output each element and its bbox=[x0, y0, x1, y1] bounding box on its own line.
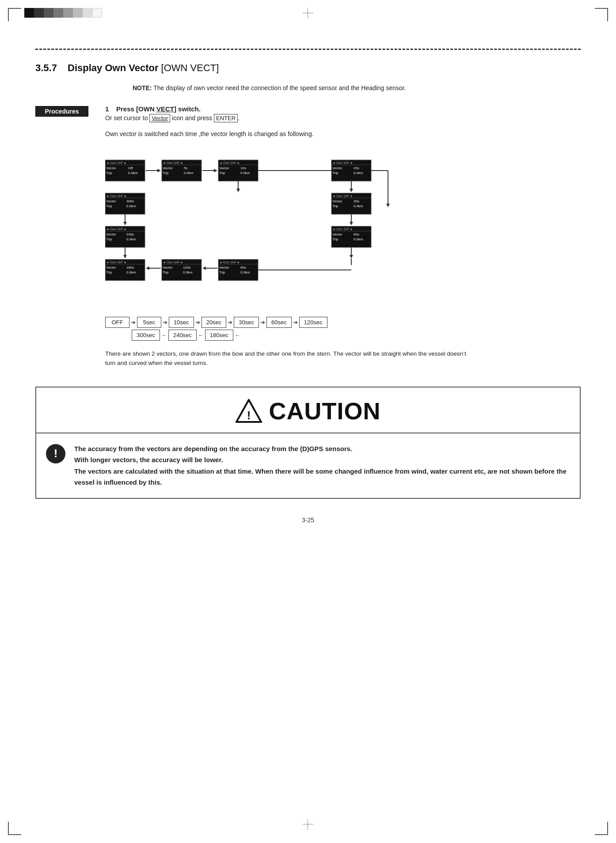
step-number: 1 bbox=[105, 105, 114, 113]
svg-text:0.0km: 0.0km bbox=[240, 270, 250, 274]
svg-text:◄ Own ShP ►: ◄ Own ShP ► bbox=[106, 161, 127, 164]
seq-box-120sec: 120sec bbox=[299, 317, 327, 328]
svg-text:0.0km: 0.0km bbox=[126, 204, 136, 208]
svg-marker-51 bbox=[123, 222, 127, 225]
svg-text:Vector: Vector bbox=[219, 266, 229, 270]
svg-text:0.0km: 0.0km bbox=[354, 204, 363, 208]
vect-underline: VECT bbox=[156, 105, 174, 113]
section-title-bracket: [OWN VECT] bbox=[161, 62, 219, 73]
dashed-separator bbox=[35, 49, 581, 50]
svg-text:Vector: Vector bbox=[219, 166, 229, 170]
seq-box-60sec: 60sec bbox=[266, 317, 292, 328]
section-title-bold: Display Own Vector bbox=[68, 62, 158, 73]
svg-marker-69 bbox=[123, 255, 127, 258]
svg-text:◄ Own ShP ►: ◄ Own ShP ► bbox=[332, 161, 353, 164]
svg-text:Trip: Trip bbox=[219, 171, 225, 175]
seq-box-10sec: 10sec bbox=[169, 317, 194, 328]
caution-text-2: With longer vectors, the accuracy will b… bbox=[74, 456, 223, 463]
svg-text:5s: 5s bbox=[184, 166, 187, 170]
svg-text:Trip: Trip bbox=[163, 171, 169, 175]
seq-arrow-9: ← bbox=[235, 332, 240, 338]
svg-marker-79 bbox=[146, 266, 149, 270]
svg-text:10s: 10s bbox=[240, 166, 246, 170]
seq-box-5sec: 5sec bbox=[137, 317, 161, 328]
seq-arrow-4: ➔ bbox=[228, 319, 232, 326]
svg-text:0.0km: 0.0km bbox=[240, 171, 250, 175]
svg-text:Trip: Trip bbox=[106, 204, 112, 208]
crosshair-bottom bbox=[303, 819, 313, 830]
svg-text:Trip: Trip bbox=[332, 237, 338, 241]
svg-text:Vector: Vector bbox=[163, 166, 173, 170]
svg-text:0.0km: 0.0km bbox=[354, 171, 363, 175]
svg-text:Vector: Vector bbox=[106, 166, 116, 170]
svg-text:Trip: Trip bbox=[163, 270, 169, 274]
svg-text:0.0km: 0.0km bbox=[126, 237, 136, 241]
svg-text:Trip: Trip bbox=[332, 204, 338, 208]
svg-marker-26 bbox=[236, 189, 240, 192]
flow-container: OFF ➔ 5sec ➔ 10sec ➔ 20sec ➔ 30sec ➔ 60s… bbox=[105, 317, 581, 341]
svg-text:◄ Own ShP ►: ◄ Own ShP ► bbox=[163, 161, 183, 164]
caution-title: CAUTION bbox=[269, 397, 381, 425]
svg-text:Trip: Trip bbox=[332, 171, 338, 175]
step-title-text: Press [OWN VECT] switch. bbox=[116, 105, 201, 113]
svg-text:Off: Off bbox=[128, 166, 133, 170]
svg-text:300s: 300s bbox=[126, 199, 134, 203]
svg-text:0.0km: 0.0km bbox=[184, 171, 194, 175]
svg-text:Vector: Vector bbox=[332, 232, 342, 236]
seq-box-off: OFF bbox=[105, 317, 129, 328]
svg-marker-88 bbox=[202, 266, 206, 270]
seq-arrow-8: ← bbox=[198, 332, 204, 338]
seq-arrow-5: ➔ bbox=[260, 319, 265, 326]
caution-text: The accuracy from the vectors are depend… bbox=[74, 443, 567, 488]
note-label: NOTE: bbox=[133, 84, 152, 91]
section-heading: 3.5.7 Display Own Vector [OWN VECT] bbox=[35, 62, 581, 74]
vector-description: Own vector is switched each time ,the ve… bbox=[105, 129, 581, 139]
svg-text:0.0km: 0.0km bbox=[126, 270, 136, 274]
caution-body: ! The accuracy from the vectors are depe… bbox=[36, 433, 580, 498]
svg-marker-53 bbox=[350, 222, 353, 225]
svg-text:!: ! bbox=[247, 409, 251, 422]
procedures-badge: Procedures bbox=[35, 106, 88, 117]
svg-text:◄ Own ShP ►: ◄ Own ShP ► bbox=[332, 194, 353, 197]
svg-text:Vector: Vector bbox=[163, 266, 173, 270]
svg-text:180s: 180s bbox=[126, 266, 134, 270]
step-subtitle-post: icon and press bbox=[170, 114, 214, 122]
step-subtitle-pre: Or set cursor to bbox=[105, 114, 149, 122]
seq-arrow-6: ➔ bbox=[293, 319, 298, 326]
svg-text:240s: 240s bbox=[126, 232, 134, 236]
seq-box-240sec: 240sec bbox=[168, 330, 197, 341]
svg-text:0.0km: 0.0km bbox=[183, 270, 193, 274]
svg-text:◄ Own ShP ►: ◄ Own ShP ► bbox=[106, 194, 127, 197]
svg-marker-71 bbox=[350, 255, 353, 258]
step-subtitle: Or set cursor to Vector icon and press E… bbox=[105, 114, 581, 122]
page-number: 3-25 bbox=[35, 516, 581, 524]
svg-marker-35 bbox=[350, 189, 353, 192]
svg-text:30s: 30s bbox=[354, 199, 359, 203]
seq-arrow-3: ➔ bbox=[195, 319, 200, 326]
caution-header: ! CAUTION bbox=[36, 387, 580, 433]
caution-text-3: The vectors are calculated with the situ… bbox=[74, 467, 567, 486]
svg-text:Vector: Vector bbox=[332, 199, 342, 203]
svg-marker-8 bbox=[157, 169, 161, 172]
seq-arrow-1: ➔ bbox=[131, 319, 136, 326]
svg-text:60s: 60s bbox=[240, 266, 246, 270]
svg-text:Trip: Trip bbox=[106, 270, 112, 274]
svg-text:0.0km: 0.0km bbox=[128, 171, 138, 175]
svg-text:0.0km: 0.0km bbox=[354, 237, 363, 241]
svg-text:Vector: Vector bbox=[332, 166, 342, 170]
svg-text:◄ Own ShP ►: ◄ Own ShP ► bbox=[219, 261, 240, 264]
svg-text:◄ Own ShP ►: ◄ Own ShP ► bbox=[219, 161, 240, 164]
caution-box: ! CAUTION ! The accuracy from the vector… bbox=[35, 387, 581, 499]
seq-box-30sec: 30sec bbox=[234, 317, 259, 328]
procedures-row: Procedures 1 Press [OWN VECT] switch. Or… bbox=[35, 105, 581, 379]
seq-arrow-7: ← bbox=[161, 332, 167, 338]
svg-marker-102 bbox=[386, 204, 390, 207]
svg-text:◄ Own ShP ►: ◄ Own ShP ► bbox=[332, 228, 353, 231]
step-content: 1 Press [OWN VECT] switch. Or set cursor… bbox=[105, 105, 581, 379]
seq-box-20sec: 20sec bbox=[202, 317, 227, 328]
caution-text-1: The accuracy from the vectors are depend… bbox=[74, 445, 352, 452]
radar-flow-svg: ◄ Own ShP ► Vector Off Trip 0.0km ◄ Own … bbox=[105, 147, 459, 310]
caution-triangle-icon: ! bbox=[236, 399, 262, 423]
vector-link: Vector bbox=[149, 114, 170, 122]
radar-diagram-container: ◄ Own ShP ► Vector Off Trip 0.0km ◄ Own … bbox=[105, 147, 581, 310]
